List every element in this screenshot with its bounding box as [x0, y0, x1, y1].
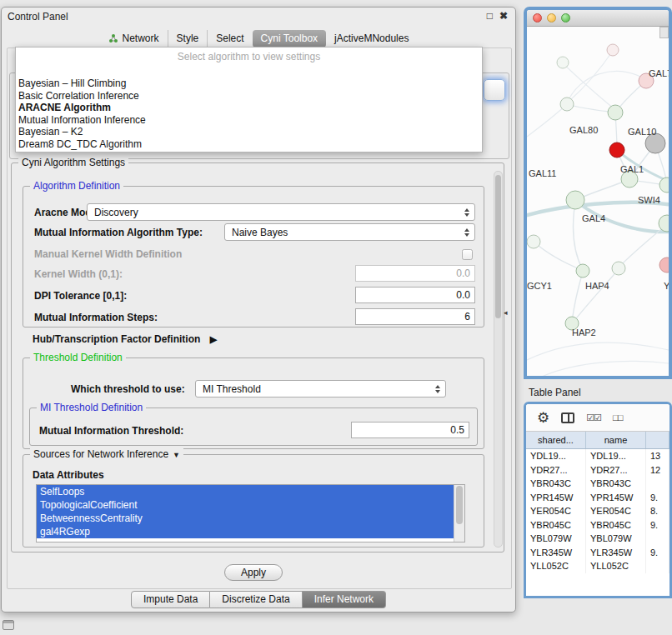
table-cell	[646, 559, 669, 573]
network-edge[interactable]	[574, 202, 583, 270]
attribute-item-betweennesscentrality[interactable]: BetweennessCentrality	[37, 512, 454, 525]
dpi-tolerance-input[interactable]	[355, 287, 475, 303]
network-node[interactable]	[607, 44, 619, 56]
node-label: GAL10	[628, 127, 656, 137]
algorithm-option-aracne-algorithm[interactable]: ARACNE Algorithm	[16, 102, 482, 114]
tab-style[interactable]: Style	[168, 30, 208, 48]
table-row[interactable]: YLL052CYLL052C	[526, 559, 669, 573]
aracne-mode-select[interactable]: Discovery	[87, 203, 475, 221]
network-node[interactable]	[560, 98, 574, 111]
algorithm-option-basic-correlation-inference[interactable]: Basic Correlation Inference	[16, 90, 482, 102]
cyni-settings-title: Cyni Algorithm Settings	[18, 157, 128, 168]
control-panel-window: Control Panel □ ✖ NetworkStyleSelectCyni…	[1, 7, 516, 612]
table-row[interactable]: YLR345WYLR345W9.	[526, 546, 669, 560]
minimize-button[interactable]	[547, 13, 556, 22]
mi-steps-input[interactable]	[355, 308, 475, 325]
tab-impute-data[interactable]: Impute Data	[131, 591, 210, 608]
network-edge[interactable]	[527, 342, 669, 360]
settings-scrollbar[interactable]	[494, 171, 503, 548]
network-edge[interactable]	[570, 51, 613, 100]
table-row[interactable]: YPR145WYPR145W9.	[526, 491, 669, 505]
table-cell: 12	[646, 463, 669, 478]
float-window-icon[interactable]: □	[487, 10, 493, 22]
close-window-icon[interactable]: ✖	[499, 10, 508, 22]
tab-select[interactable]: Select	[207, 30, 252, 48]
table-row[interactable]: YBL079WYBL079W	[526, 532, 669, 546]
network-node[interactable]	[608, 105, 623, 120]
network-scrollbar-stub[interactable]	[659, 27, 669, 38]
which-threshold-select[interactable]: MI Threshold	[195, 380, 446, 398]
attribute-item-gal4rgexp[interactable]: gal4RGexp	[37, 525, 454, 538]
manual-kernel-checkbox	[462, 249, 473, 260]
tab-network[interactable]: Network	[100, 30, 168, 48]
scrollbar-thumb[interactable]	[495, 175, 501, 318]
attribute-item-topologicalcoefficient[interactable]: TopologicalCoefficient	[37, 498, 454, 512]
minimized-panel-icon[interactable]	[3, 620, 14, 630]
tab-label: Network	[123, 32, 159, 44]
manual-kernel-label: Manual Kernel Width Definition	[34, 248, 182, 260]
algorithm-option-mutual-information-inference[interactable]: Mutual Information Inference	[16, 114, 482, 127]
tab-cyni-toolbox[interactable]: Cyni Toolbox	[253, 30, 326, 48]
tab-discretize-data[interactable]: Discretize Data	[210, 591, 302, 608]
network-edge[interactable]	[577, 180, 629, 199]
attribute-item-selfloops[interactable]: SelfLoops	[37, 485, 454, 498]
table-cell: YLL052C	[526, 559, 586, 573]
tab-jactivemnodules[interactable]: jActiveMNodules	[326, 30, 417, 48]
table-header: shared...name	[526, 432, 669, 449]
table-row[interactable]: YBR043CYBR043C	[526, 477, 669, 491]
network-edge[interactable]	[572, 272, 583, 322]
hub-definition-expander[interactable]: Hub/Transcription Factor Definition ▶	[33, 333, 217, 345]
node-label: GAL80	[569, 125, 598, 135]
network-node[interactable]	[609, 142, 624, 158]
splitter-collapse-icon[interactable]: ◂	[504, 308, 508, 317]
table-cell: 13	[646, 449, 669, 463]
select-all-icon[interactable]: ☑☑	[586, 412, 601, 423]
node-label: Y	[664, 281, 669, 291]
algorithm-option-bayesian-hill-climbing[interactable]: Bayesian – Hill Climbing	[16, 78, 482, 90]
mi-threshold-input[interactable]	[351, 422, 469, 438]
network-node[interactable]	[659, 178, 669, 192]
network-edge[interactable]	[544, 361, 669, 376]
network-node[interactable]	[527, 235, 540, 248]
table-row[interactable]: YDR27...YDR27...12	[526, 463, 669, 478]
node-label: SWI4	[638, 195, 660, 205]
network-window-titlebar[interactable]	[527, 10, 669, 27]
threshold-definition-title: Threshold Definition	[30, 352, 126, 363]
column-header[interactable]: name	[586, 432, 646, 448]
algorithm-option-dream8-dc-tdc-algorithm[interactable]: Dream8 DC_TDC Algorithm	[16, 138, 482, 151]
tab-infer-network[interactable]: Infer Network	[303, 591, 386, 608]
table-cell: YBR045C	[526, 518, 586, 532]
network-edge[interactable]	[527, 105, 566, 137]
network-node[interactable]	[659, 215, 669, 232]
network-node[interactable]	[576, 264, 589, 278]
sources-group-title[interactable]: Sources for Network Inference▼	[30, 448, 183, 460]
network-node[interactable]	[659, 258, 669, 272]
control-panel-titlebar[interactable]: Control Panel □ ✖	[2, 8, 515, 26]
network-graph[interactable]: GAL7GAL80GAL10GAL11GAL1SWI4GAL4GCY1HAP4H…	[527, 27, 669, 376]
column-layout-icon[interactable]	[561, 412, 574, 423]
table-row[interactable]: YBR045CYBR045C9.	[526, 518, 669, 532]
network-edge[interactable]	[567, 72, 645, 103]
deselect-all-icon[interactable]: □□	[613, 412, 622, 422]
algorithm-option-bayesian-k2[interactable]: Bayesian – K2	[16, 126, 482, 138]
mi-steps-label: Mutual Information Steps:	[34, 312, 158, 323]
node-label: GAL7	[649, 68, 669, 78]
network-node[interactable]	[566, 191, 584, 209]
mi-type-select[interactable]: Naive Bayes	[224, 223, 475, 241]
column-header[interactable]: shared...	[526, 432, 586, 448]
table-row[interactable]: YER054CYER054C8.	[526, 504, 669, 518]
table-cell: YPR145W	[586, 491, 646, 505]
gear-icon[interactable]: ⚙	[537, 409, 549, 427]
table-row[interactable]: YDL19...YDL19...13	[526, 449, 669, 463]
column-header[interactable]	[646, 432, 669, 448]
zoom-button[interactable]	[561, 13, 570, 22]
network-node[interactable]	[612, 262, 625, 275]
focused-button[interactable]	[484, 79, 505, 101]
attributes-scrollbar[interactable]	[454, 485, 464, 542]
combo-arrows-icon	[435, 385, 440, 393]
apply-button[interactable]: Apply	[224, 564, 283, 581]
scrollbar-thumb[interactable]	[456, 486, 463, 524]
network-canvas[interactable]: GAL7GAL80GAL10GAL11GAL1SWI4GAL4GCY1HAP4H…	[527, 27, 669, 376]
network-node[interactable]	[557, 57, 569, 68]
close-button[interactable]	[533, 13, 542, 22]
